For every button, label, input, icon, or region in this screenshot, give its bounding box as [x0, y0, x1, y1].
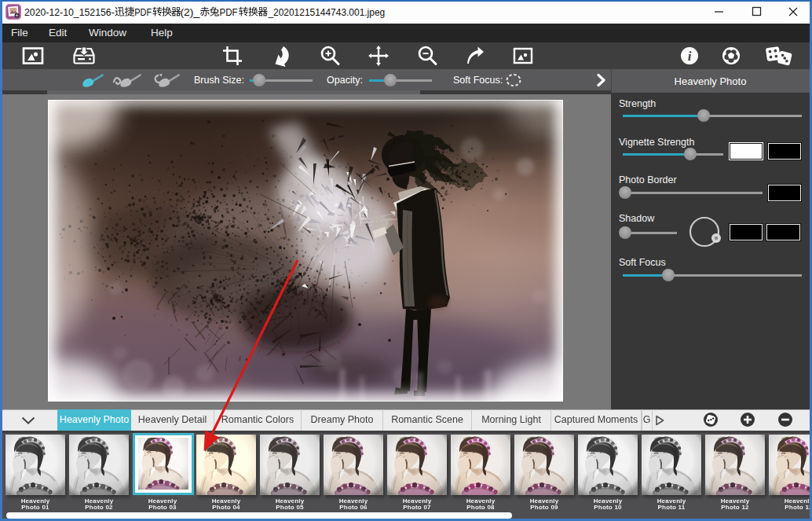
svg-text:PDF: PDF — [219, 6, 237, 18]
svg-text:_20201215144743.001.jpeg: _20201215144743.001.jpeg — [268, 6, 386, 18]
svg-text:i: i — [688, 49, 692, 64]
svg-text:(2)_: (2)_ — [180, 6, 199, 18]
svg-text:2020-12-10_152156-: 2020-12-10_152156- — [24, 6, 115, 18]
svg-text:PDF: PDF — [134, 6, 152, 18]
